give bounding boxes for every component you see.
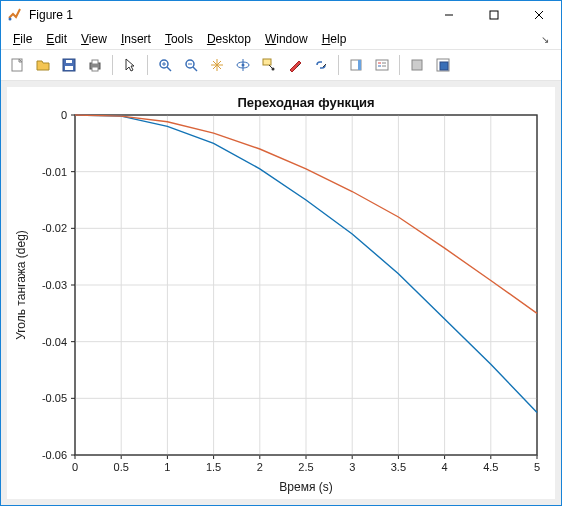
svg-text:-0.04: -0.04	[42, 336, 67, 348]
menu-desktop[interactable]: Desktop	[201, 30, 257, 48]
svg-text:2.5: 2.5	[298, 461, 313, 473]
menu-window[interactable]: Window	[259, 30, 314, 48]
svg-text:-0.02: -0.02	[42, 222, 67, 234]
titlebar: Figure 1	[1, 1, 561, 29]
matlab-icon	[7, 7, 23, 23]
brush-button[interactable]	[283, 53, 307, 77]
close-button[interactable]	[516, 1, 561, 28]
toolbar-separator	[399, 55, 400, 75]
menu-view[interactable]: View	[75, 30, 113, 48]
svg-rect-10	[92, 60, 98, 64]
window-controls	[426, 1, 561, 28]
menu-edit[interactable]: Edit	[40, 30, 73, 48]
svg-rect-25	[358, 60, 361, 70]
svg-text:4: 4	[442, 461, 448, 473]
svg-point-0	[9, 17, 12, 20]
svg-text:0.5: 0.5	[114, 461, 129, 473]
svg-text:4.5: 4.5	[483, 461, 498, 473]
y-axis-label: Уголь тангажа (deg)	[14, 230, 28, 340]
zoom-in-button[interactable]	[153, 53, 177, 77]
svg-text:0: 0	[61, 109, 67, 121]
svg-text:0: 0	[72, 461, 78, 473]
svg-text:-0.06: -0.06	[42, 449, 67, 461]
pan-button[interactable]	[205, 53, 229, 77]
pointer-button[interactable]	[118, 53, 142, 77]
maximize-button[interactable]	[471, 1, 516, 28]
svg-text:-0.05: -0.05	[42, 392, 67, 404]
svg-text:2: 2	[257, 461, 263, 473]
svg-text:-0.03: -0.03	[42, 279, 67, 291]
link-plots-button[interactable]	[309, 53, 333, 77]
chart-svg: 00.511.522.533.544.55-0.06-0.05-0.04-0.0…	[7, 87, 555, 499]
svg-point-20	[242, 64, 245, 67]
dock-figure-button[interactable]	[431, 53, 455, 77]
x-axis-label: Время (s)	[279, 480, 332, 494]
open-file-button[interactable]	[31, 53, 55, 77]
svg-rect-7	[65, 66, 73, 70]
svg-rect-26	[376, 60, 388, 70]
menu-tools[interactable]: Tools	[159, 30, 199, 48]
menu-help[interactable]: Help	[316, 30, 353, 48]
svg-text:1: 1	[164, 461, 170, 473]
insert-legend-button[interactable]	[370, 53, 394, 77]
svg-rect-2	[490, 11, 498, 19]
svg-rect-31	[412, 60, 422, 70]
new-figure-button[interactable]	[5, 53, 29, 77]
menu-insert[interactable]: Insert	[115, 30, 157, 48]
rotate-3d-button[interactable]	[231, 53, 255, 77]
save-button[interactable]	[57, 53, 81, 77]
svg-text:5: 5	[534, 461, 540, 473]
insert-colorbar-button[interactable]	[344, 53, 368, 77]
svg-line-13	[167, 67, 171, 71]
svg-rect-11	[92, 67, 98, 71]
svg-rect-21	[263, 59, 271, 65]
window-title: Figure 1	[29, 8, 73, 22]
toolbar-separator	[338, 55, 339, 75]
svg-point-23	[272, 68, 275, 71]
svg-text:3.5: 3.5	[391, 461, 406, 473]
toolbar-separator	[147, 55, 148, 75]
svg-text:-0.01: -0.01	[42, 166, 67, 178]
titlebar-left: Figure 1	[1, 7, 73, 23]
data-cursor-button[interactable]	[257, 53, 281, 77]
minimize-button[interactable]	[426, 1, 471, 28]
toolbar	[1, 49, 561, 81]
zoom-out-button[interactable]	[179, 53, 203, 77]
svg-rect-33	[440, 62, 448, 70]
chart-title: Переходная функция	[237, 95, 374, 110]
menu-file[interactable]: File	[7, 30, 38, 48]
figure-window: Figure 1 File Edit View Insert Tools Des…	[0, 0, 562, 506]
plot-container: 00.511.522.533.544.55-0.06-0.05-0.04-0.0…	[1, 81, 561, 505]
svg-rect-8	[66, 60, 72, 63]
svg-text:3: 3	[349, 461, 355, 473]
hide-tools-button[interactable]	[405, 53, 429, 77]
toolbar-separator	[112, 55, 113, 75]
svg-text:1.5: 1.5	[206, 461, 221, 473]
plot-axes[interactable]: 00.511.522.533.544.55-0.06-0.05-0.04-0.0…	[7, 87, 555, 499]
svg-line-17	[193, 67, 197, 71]
print-button[interactable]	[83, 53, 107, 77]
menubar: File Edit View Insert Tools Desktop Wind…	[1, 29, 561, 49]
dock-arrow-icon[interactable]: ↘	[541, 34, 555, 45]
